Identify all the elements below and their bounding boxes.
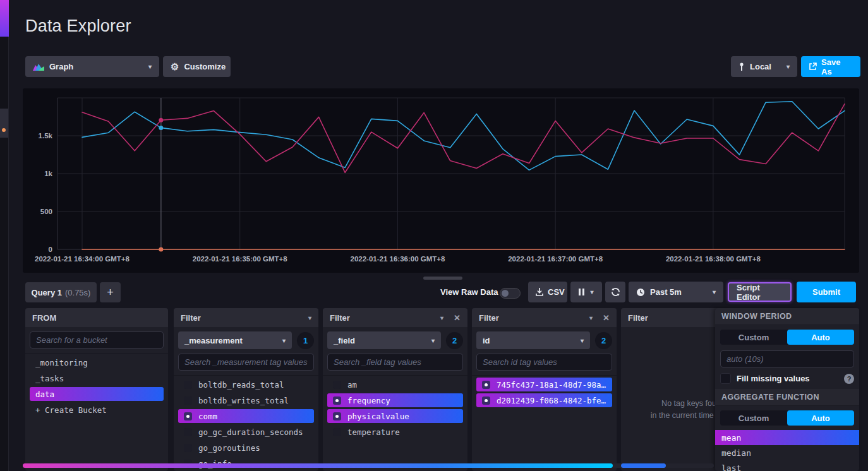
chevron-down-icon: ▾ [282, 337, 286, 344]
help-icon[interactable]: ? [844, 374, 854, 384]
list-item[interactable]: median [715, 445, 859, 460]
page-title: Data Explorer [25, 16, 131, 36]
list-item[interactable]: go_gc_duration_seconds [178, 425, 314, 439]
selected-count-badge: 2 [446, 332, 463, 349]
csv-label: CSV [548, 287, 565, 297]
script-editor-button[interactable]: Script Editor [728, 282, 792, 302]
query-tab-label: Query 1 [32, 288, 62, 297]
list-item[interactable]: 745fc437-18a1-48d7-98a6-7… [476, 378, 612, 391]
checkbox-checked-icon [333, 396, 341, 405]
selected-count-badge: 1 [297, 332, 314, 349]
filter-title: Filter [181, 313, 201, 323]
list-item[interactable]: _monitoring [30, 355, 164, 369]
panel-scrollbar-thumb[interactable] [621, 463, 666, 468]
list-item[interactable]: temperature [327, 425, 463, 439]
list-item-label: boltdb_reads_total [198, 380, 284, 390]
list-item[interactable]: + Create Bucket [30, 403, 164, 417]
export-icon [809, 63, 817, 71]
nav-rail-gradient [0, 0, 9, 37]
x-tick-label: 2022-01-21 16:38:00 GMT+8 [666, 255, 761, 263]
series-orange-hover-dot [159, 247, 163, 252]
view-raw-data-label: View Raw Data [440, 287, 498, 297]
chevron-down-icon[interactable]: ▾ [589, 314, 593, 321]
measurement-list: boltdb_reads_totalboltdb_writes_totalcom… [178, 378, 314, 470]
y-tick-label: 500 [40, 208, 52, 215]
list-item[interactable]: d2012439-f068-4842-bfef-8… [476, 393, 612, 407]
list-item[interactable]: frequency [327, 393, 463, 407]
filter-panel-measurement: Filter ▾ _measurement ▾ 1 boltdb_reads_t… [174, 308, 318, 471]
checkbox-checked-icon [482, 381, 490, 389]
local-label: Local [750, 62, 771, 71]
filter-panel-header: Filter ▾ [174, 308, 318, 327]
tag-key-dropdown[interactable]: _measurement ▾ [178, 331, 292, 349]
field-search-input[interactable] [327, 354, 463, 371]
chevron-down-icon: ▾ [148, 63, 152, 70]
list-item[interactable]: comm [178, 409, 314, 423]
data-explorer-page: { "header": { "title": "Data Explorer" }… [0, 0, 868, 471]
checkbox-icon [184, 428, 192, 436]
refresh-button[interactable] [605, 282, 625, 302]
list-item[interactable]: last [715, 460, 859, 471]
save-as-button[interactable]: Save As [801, 56, 860, 77]
window-period-panel: WINDOW PERIOD Custom Auto Fill missing v… [715, 308, 859, 471]
list-item-label: last [721, 463, 741, 471]
list-item[interactable]: boltdb_writes_total [178, 393, 314, 407]
list-item-label: go_goroutines [198, 443, 260, 453]
window-period-header: WINDOW PERIOD [715, 308, 859, 325]
chevron-down-icon[interactable]: ▾ [308, 314, 311, 321]
chevron-down-icon[interactable]: ▾ [440, 314, 443, 321]
aggregate-custom-button[interactable]: Custom [720, 410, 787, 426]
aggregate-toggle: Custom Auto [720, 410, 854, 426]
submit-button[interactable]: Submit [797, 282, 856, 302]
chevron-down-icon: ▾ [590, 289, 593, 295]
list-item[interactable]: boltdb_reads_total [178, 378, 314, 391]
window-custom-button[interactable]: Custom [720, 330, 787, 345]
gear-icon: ⚙ [171, 61, 179, 73]
checkbox-checked-icon [482, 396, 490, 405]
fill-missing-values-checkbox[interactable] [720, 373, 731, 384]
list-item[interactable]: _tasks [30, 371, 164, 385]
query-tab-1[interactable]: Query 1 (0.75s) [25, 282, 97, 302]
list-item-label: boltdb_writes_total [198, 396, 289, 405]
tag-key-dropdown[interactable]: _field ▾ [327, 331, 441, 349]
view-raw-data-toggle[interactable] [500, 288, 521, 299]
list-item[interactable]: am [327, 378, 463, 391]
graph-horizontal-scrollbar[interactable] [423, 277, 462, 280]
bucket-search-input[interactable] [30, 331, 164, 349]
id-search-input[interactable] [476, 354, 612, 371]
add-query-button[interactable]: + [100, 282, 121, 302]
list-item[interactable]: data [30, 387, 164, 401]
y-tick-label: 1.5k [39, 132, 53, 140]
query-duration: (0.75s) [65, 288, 90, 297]
window-auto-button[interactable]: Auto [787, 330, 854, 345]
selected-count-badge: 2 [595, 332, 612, 349]
pause-button[interactable]: ▾ [570, 282, 602, 302]
list-item-label: d2012439-f068-4842-bfef-8… [497, 396, 606, 405]
divider [323, 375, 467, 376]
time-range-label: Past 5m [650, 287, 682, 297]
list-item[interactable]: go_goroutines [178, 441, 314, 455]
measurement-search-input[interactable] [178, 354, 314, 371]
list-item[interactable]: mean [715, 430, 859, 445]
close-icon[interactable]: ✕ [454, 313, 461, 323]
x-tick-label: 2022-01-21 16:36:00 GMT+8 [350, 255, 445, 263]
aggregate-auto-button[interactable]: Auto [787, 410, 854, 426]
close-icon[interactable]: ✕ [603, 313, 610, 323]
filter-title: Filter [628, 313, 648, 323]
visualization-type-dropdown[interactable]: Graph ▾ [25, 56, 159, 77]
download-csv-button[interactable]: CSV [528, 282, 567, 302]
checkbox-checked-icon [184, 412, 192, 420]
builder-scrollbar-thumb[interactable] [23, 463, 613, 468]
x-tick-label: 2022-01-21 16:37:00 GMT+8 [508, 255, 603, 263]
bucket-list: _monitoring_tasksdata+ Create Bucket [30, 355, 164, 417]
customize-button[interactable]: ⚙ Customize [163, 56, 231, 77]
y-tick-label: 0 [49, 246, 52, 253]
time-range-dropdown[interactable]: Past 5m ▾ [629, 282, 723, 302]
fill-missing-values-row: Fill missing values ? [720, 373, 854, 384]
filter-panel-header: Filter ▾ ✕ [323, 308, 467, 327]
window-period-input[interactable] [720, 350, 854, 367]
list-item[interactable]: physicalvalue [327, 409, 463, 423]
tag-key-dropdown[interactable]: id ▾ [476, 331, 590, 349]
graph-canvas[interactable]: 05001k1.5k2022-01-21 16:34:00 GMT+82022-… [23, 88, 859, 273]
local-dropdown[interactable]: Local ▾ [731, 56, 797, 77]
